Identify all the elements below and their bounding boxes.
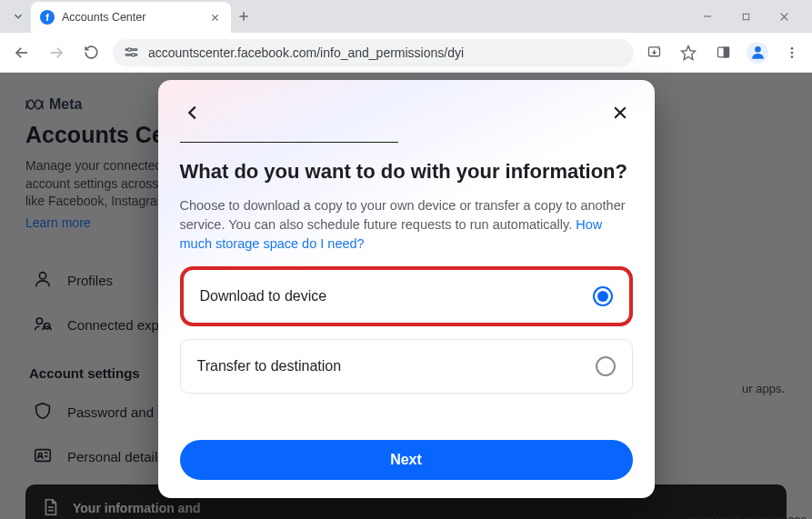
svg-point-12	[128, 48, 132, 52]
profile-icon[interactable]	[747, 42, 768, 64]
browser-chrome: f Accounts Center accountsc	[0, 0, 812, 73]
option-download-to-device[interactable]: Download to device	[180, 266, 633, 326]
tab-close-button[interactable]	[207, 10, 222, 25]
tab-title: Accounts Center	[62, 11, 200, 24]
next-button[interactable]: Next	[180, 440, 633, 480]
svg-rect-5	[743, 14, 748, 19]
facebook-favicon-icon: f	[40, 10, 55, 25]
svg-point-23	[791, 47, 794, 50]
chrome-menu-icon[interactable]	[781, 42, 803, 64]
browser-tab[interactable]: f Accounts Center	[31, 2, 231, 33]
window-maximize-button[interactable]	[734, 5, 757, 28]
side-panel-icon[interactable]	[712, 42, 734, 64]
svg-point-25	[791, 55, 794, 58]
window-controls	[696, 5, 807, 28]
svg-point-22	[755, 46, 761, 53]
modal-title: What do you want to do with your informa…	[180, 159, 633, 185]
address-bar-actions	[643, 42, 803, 64]
svg-rect-21	[724, 47, 728, 57]
modal-description: Choose to download a copy to your own de…	[180, 196, 633, 254]
modal-back-button[interactable]	[180, 100, 206, 125]
svg-point-24	[791, 51, 794, 54]
window-minimize-button[interactable]	[696, 5, 719, 28]
window-close-button[interactable]	[772, 5, 796, 28]
option-transfer-to-destination[interactable]: Transfer to destination	[180, 339, 633, 394]
radio-selected-icon	[593, 286, 613, 306]
url-text: accountscenter.facebook.com/info_and_per…	[148, 45, 623, 60]
bookmark-icon[interactable]	[677, 42, 699, 64]
options-list: Download to device Transfer to destinati…	[180, 266, 633, 394]
option-label: Download to device	[200, 288, 327, 304]
modal-close-button[interactable]	[607, 100, 633, 125]
install-app-icon[interactable]	[643, 42, 665, 64]
tabs-dropdown-button[interactable]	[5, 4, 31, 29]
nav-reload-button[interactable]	[78, 40, 104, 65]
address-bar: accountscenter.facebook.com/info_and_per…	[0, 33, 812, 73]
modal-divider	[180, 142, 398, 143]
option-label: Transfer to destination	[197, 358, 342, 374]
nav-forward-button[interactable]	[44, 40, 69, 65]
nav-back-button[interactable]	[9, 40, 35, 65]
radio-unselected-icon	[596, 356, 616, 376]
download-info-modal: What do you want to do with your informa…	[158, 80, 655, 498]
url-field[interactable]: accountscenter.facebook.com/info_and_per…	[113, 39, 634, 66]
modal-description-text: Choose to download a copy to your own de…	[180, 198, 626, 232]
tab-bar: f Accounts Center	[0, 0, 812, 33]
svg-point-13	[132, 54, 135, 57]
site-settings-icon[interactable]	[124, 45, 139, 60]
new-tab-button[interactable]	[231, 4, 256, 29]
svg-marker-19	[682, 45, 696, 59]
